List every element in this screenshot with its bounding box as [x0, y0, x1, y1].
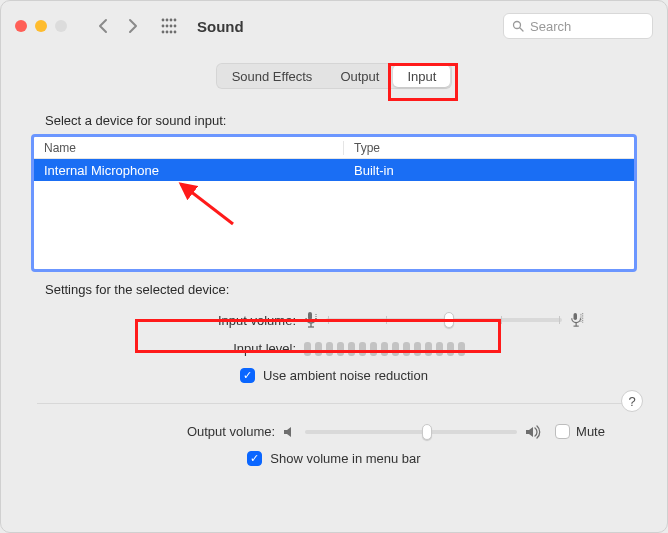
menubar-row: Show volume in menu bar: [31, 445, 637, 472]
svg-point-8: [162, 31, 165, 34]
device-type: Built-in: [344, 163, 634, 178]
speaker-high-icon: [525, 425, 543, 439]
ambient-noise-row: Use ambient noise reduction: [31, 362, 637, 389]
window-controls: [15, 20, 67, 32]
svg-point-2: [170, 19, 173, 22]
svg-point-11: [174, 31, 177, 34]
settings-label: Settings for the selected device:: [45, 282, 637, 297]
svg-point-12: [514, 22, 521, 29]
svg-point-10: [170, 31, 173, 34]
column-name[interactable]: Name: [34, 141, 344, 155]
output-volume-control: [283, 425, 543, 439]
titlebar: Sound Search: [1, 1, 667, 51]
svg-point-7: [174, 25, 177, 28]
svg-point-3: [174, 19, 177, 22]
window-title: Sound: [197, 18, 244, 35]
mute-checkbox[interactable]: [555, 424, 570, 439]
speaker-low-icon: [283, 425, 297, 439]
input-volume-label: Input volume:: [84, 313, 304, 328]
device-list-header: Name Type: [34, 137, 634, 159]
zoom-window-button[interactable]: [55, 20, 67, 32]
minimize-window-button[interactable]: [35, 20, 47, 32]
content-area: Select a device for sound input: Name Ty…: [1, 95, 667, 490]
tab-sound-effects[interactable]: Sound Effects: [218, 65, 327, 87]
help-button[interactable]: ?: [621, 390, 643, 412]
nav-buttons: [91, 14, 145, 38]
device-list: Name Type Internal Microphone Built-in: [31, 134, 637, 272]
svg-point-0: [162, 19, 165, 22]
search-icon: [512, 20, 524, 32]
svg-rect-14: [308, 312, 312, 320]
svg-rect-18: [574, 313, 578, 320]
input-level-meter: [304, 342, 584, 356]
mic-high-icon: [570, 311, 584, 329]
divider: [37, 403, 631, 404]
ambient-noise-label: Use ambient noise reduction: [263, 368, 428, 383]
mute-label: Mute: [576, 424, 605, 439]
tab-segmented-control: Sound Effects Output Input: [216, 63, 453, 89]
close-window-button[interactable]: [15, 20, 27, 32]
input-volume-slider[interactable]: [326, 318, 562, 322]
device-row[interactable]: Internal Microphone Built-in: [34, 159, 634, 181]
device-select-label: Select a device for sound input:: [45, 113, 637, 128]
output-volume-row: Output volume: Mute: [31, 418, 637, 445]
device-settings: Input volume: Input level:: [31, 305, 637, 389]
tabs-row: Sound Effects Output Input: [1, 51, 667, 95]
back-button[interactable]: [91, 14, 115, 38]
svg-point-5: [166, 25, 169, 28]
svg-point-9: [166, 31, 169, 34]
input-volume-control: [304, 311, 584, 329]
column-type[interactable]: Type: [344, 141, 634, 155]
input-level-row: Input level:: [31, 335, 637, 362]
svg-point-1: [166, 19, 169, 22]
forward-button[interactable]: [121, 14, 145, 38]
show-all-button[interactable]: [157, 14, 181, 38]
input-volume-row: Input volume:: [31, 305, 637, 335]
svg-point-4: [162, 25, 165, 28]
slider-knob[interactable]: [444, 312, 454, 328]
output-volume-label: Output volume:: [63, 424, 283, 439]
svg-point-6: [170, 25, 173, 28]
tab-output[interactable]: Output: [326, 65, 393, 87]
device-name: Internal Microphone: [34, 163, 344, 178]
tab-input[interactable]: Input: [393, 65, 450, 87]
mic-low-icon: [304, 311, 318, 329]
slider-knob[interactable]: [422, 424, 432, 440]
search-input[interactable]: Search: [503, 13, 653, 39]
menubar-checkbox[interactable]: [247, 451, 262, 466]
menubar-label: Show volume in menu bar: [270, 451, 420, 466]
ambient-noise-checkbox[interactable]: [240, 368, 255, 383]
input-level-label: Input level:: [84, 341, 304, 356]
search-placeholder: Search: [530, 19, 571, 34]
level-dots: [304, 342, 465, 356]
output-volume-slider[interactable]: [305, 430, 517, 434]
svg-line-13: [520, 28, 523, 31]
